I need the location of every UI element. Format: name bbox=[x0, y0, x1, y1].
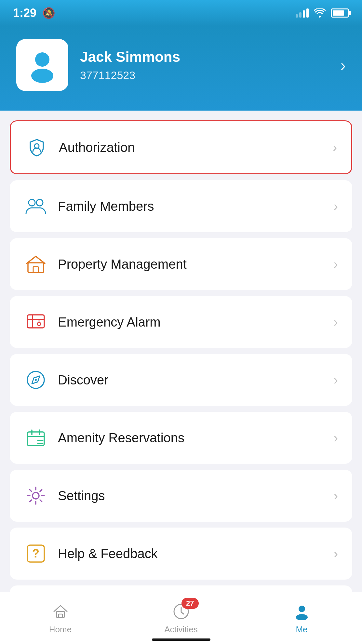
emergency-alarm-icon bbox=[24, 310, 47, 334]
menu-item-discover[interactable]: Discover › bbox=[10, 354, 352, 406]
status-time: 1:29 bbox=[13, 6, 36, 20]
activities-nav-label: Activities bbox=[164, 624, 198, 635]
discover-chevron-icon: › bbox=[334, 373, 338, 387]
nav-item-me[interactable]: Me bbox=[241, 595, 362, 635]
family-members-icon bbox=[24, 195, 47, 218]
signal-bar-3 bbox=[303, 10, 305, 18]
signal-bar-4 bbox=[306, 8, 309, 18]
menu-item-help-feedback[interactable]: ? Help & Feedback › bbox=[10, 528, 352, 580]
authorization-label: Authorization bbox=[59, 140, 135, 155]
nav-item-home[interactable]: Home bbox=[0, 595, 121, 635]
signal-bar-1 bbox=[296, 14, 298, 18]
svg-rect-7 bbox=[27, 315, 44, 328]
svg-point-29 bbox=[296, 614, 308, 620]
activities-badge: 27 bbox=[181, 598, 198, 609]
nav-item-activities[interactable]: 27 Activities bbox=[121, 595, 241, 635]
menu-list: Authorization › Family Members › bbox=[0, 111, 362, 644]
amenity-reservations-icon bbox=[24, 426, 47, 449]
help-feedback-chevron-icon: › bbox=[334, 546, 338, 561]
amenity-reservations-label: Amenity Reservations bbox=[58, 431, 184, 445]
menu-item-property-management[interactable]: Property Management › bbox=[10, 238, 352, 290]
menu-item-left: Settings bbox=[24, 484, 105, 507]
menu-item-family-members[interactable]: Family Members › bbox=[10, 180, 352, 232]
user-details: Jack Simmons 377112523 bbox=[80, 49, 180, 82]
settings-chevron-icon: › bbox=[334, 489, 338, 503]
status-bar: 1:29 🔕 bbox=[0, 0, 362, 26]
discover-icon bbox=[24, 368, 47, 392]
svg-text:?: ? bbox=[32, 547, 39, 560]
family-members-chevron-icon: › bbox=[334, 199, 338, 214]
me-nav-icon bbox=[292, 602, 312, 621]
family-members-label: Family Members bbox=[58, 199, 154, 214]
menu-item-left: ? Help & Feedback bbox=[24, 542, 158, 565]
discover-label: Discover bbox=[58, 373, 109, 387]
settings-label: Settings bbox=[58, 489, 105, 503]
menu-item-left: Property Management bbox=[24, 252, 187, 276]
home-nav-label: Home bbox=[49, 624, 72, 635]
me-nav-label: Me bbox=[296, 624, 307, 635]
svg-rect-6 bbox=[33, 267, 38, 273]
mute-bell-icon: 🔕 bbox=[42, 7, 55, 19]
home-bar bbox=[152, 638, 210, 641]
help-feedback-icon: ? bbox=[24, 542, 47, 565]
battery-icon bbox=[331, 8, 349, 18]
svg-point-20 bbox=[33, 492, 39, 499]
signal-bar-2 bbox=[299, 12, 302, 18]
menu-item-settings[interactable]: Settings › bbox=[10, 470, 352, 522]
svg-point-1 bbox=[31, 69, 53, 83]
activities-nav-icon: 27 bbox=[171, 602, 191, 621]
home-nav-icon bbox=[51, 602, 70, 621]
svg-point-28 bbox=[299, 606, 305, 612]
battery-fill bbox=[333, 10, 344, 16]
avatar bbox=[16, 39, 68, 91]
user-info: Jack Simmons 377112523 bbox=[16, 39, 180, 91]
header-chevron-icon[interactable]: › bbox=[341, 56, 346, 74]
menu-item-amenity-reservations[interactable]: Amenity Reservations › bbox=[10, 412, 352, 464]
header[interactable]: Jack Simmons 377112523 › bbox=[0, 26, 362, 111]
authorization-icon bbox=[25, 136, 48, 159]
menu-item-left: Discover bbox=[24, 368, 109, 392]
activities-badge-container: 27 bbox=[173, 603, 190, 620]
emergency-alarm-label: Emergency Alarm bbox=[58, 315, 161, 329]
emergency-alarm-chevron-icon: › bbox=[334, 315, 338, 329]
svg-point-3 bbox=[29, 199, 35, 206]
property-management-icon bbox=[24, 252, 47, 276]
bottom-nav: Home 27 Activities Me bbox=[0, 592, 362, 644]
svg-point-0 bbox=[35, 52, 49, 67]
menu-item-left: Authorization bbox=[25, 136, 135, 159]
svg-rect-5 bbox=[28, 263, 44, 273]
menu-item-authorization[interactable]: Authorization › bbox=[10, 120, 352, 174]
help-feedback-label: Help & Feedback bbox=[58, 546, 158, 561]
menu-item-emergency-alarm[interactable]: Emergency Alarm › bbox=[10, 296, 352, 348]
authorization-chevron-icon: › bbox=[333, 140, 337, 155]
user-id: 377112523 bbox=[80, 69, 180, 82]
property-management-chevron-icon: › bbox=[334, 257, 338, 272]
settings-icon bbox=[24, 484, 47, 507]
status-icons bbox=[296, 8, 349, 18]
menu-item-left: Amenity Reservations bbox=[24, 426, 184, 449]
signal-bars bbox=[296, 8, 309, 18]
svg-point-4 bbox=[36, 199, 43, 206]
user-name: Jack Simmons bbox=[80, 49, 180, 65]
amenity-reservations-chevron-icon: › bbox=[334, 431, 338, 445]
property-management-label: Property Management bbox=[58, 257, 187, 272]
wifi-icon bbox=[314, 8, 326, 18]
menu-item-left: Emergency Alarm bbox=[24, 310, 161, 334]
svg-point-13 bbox=[35, 379, 37, 381]
menu-item-left: Family Members bbox=[24, 195, 154, 218]
